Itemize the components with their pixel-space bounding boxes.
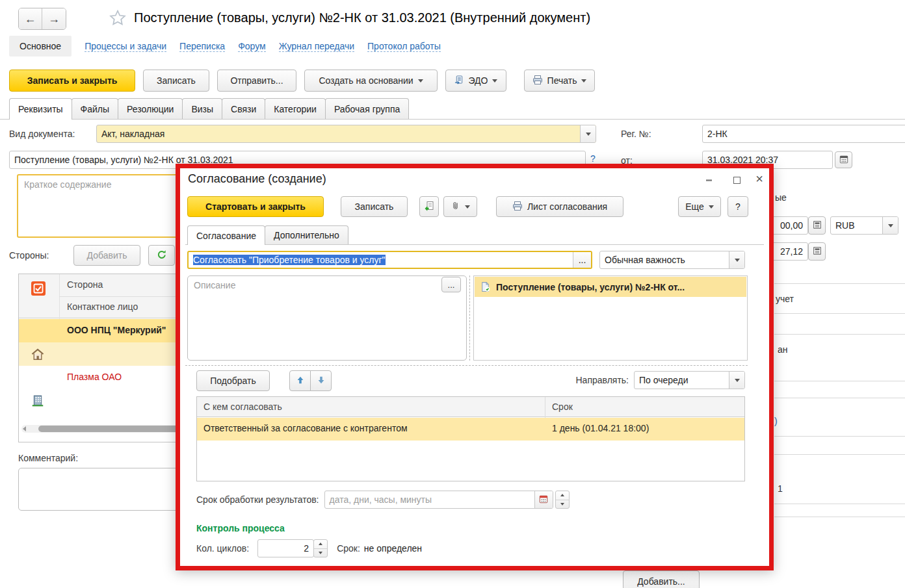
reg-number-label: Рег. №: (621, 129, 651, 139)
maximize-icon[interactable] (728, 172, 745, 188)
importance-dropdown-button[interactable] (729, 251, 744, 268)
doc-type-dropdown-button[interactable] (580, 125, 596, 142)
deadline-row: Срок обработки результатов: дата, дни, ч… (196, 491, 570, 509)
document-tabs: Реквизиты Файлы Резолюции Визы Связи Кат… (9, 98, 408, 120)
add-button-bottom[interactable]: Добавить... (623, 570, 700, 588)
pick-approvers-button[interactable]: Подобрать (196, 370, 270, 391)
nav-link-work-protocol[interactable]: Протокол работы (367, 41, 441, 52)
column-header-term[interactable]: Срок (552, 402, 573, 412)
nav-tab-main[interactable]: Основное (9, 36, 72, 57)
route-dropdown-button[interactable] (729, 372, 744, 389)
dialog-tabs: Согласование Дополнительно (187, 225, 348, 245)
tab-visas[interactable]: Визы (182, 98, 222, 119)
description-textarea[interactable] (187, 275, 467, 361)
mark-all-icon[interactable] (31, 281, 46, 298)
tab-approval[interactable]: Согласование (187, 225, 265, 245)
route-label: Направлять: (557, 375, 629, 385)
stepper-down-icon[interactable] (556, 500, 569, 509)
route-field[interactable]: По очереди (634, 371, 745, 389)
move-down-button[interactable] (310, 370, 332, 391)
description-ellipsis-button[interactable]: ... (441, 277, 461, 292)
document-check-icon (480, 281, 491, 292)
app-window: ← → Поступление (товары, услуги) №2-НК о… (0, 0, 905, 588)
move-up-button[interactable] (289, 370, 311, 391)
refresh-icon (157, 249, 167, 262)
currency-dropdown-button[interactable] (882, 217, 898, 234)
approval-sheet-button[interactable]: Лист согласования (496, 196, 623, 217)
cycles-input[interactable] (257, 539, 314, 557)
history-nav: ← → (18, 8, 66, 30)
subject-ellipsis-button[interactable]: ... (573, 252, 591, 268)
edo-button[interactable]: ЭДО (445, 70, 506, 92)
edo-document-icon (454, 75, 464, 87)
forward-icon: → (48, 12, 60, 26)
create-based-on-button[interactable]: Создать на основании (304, 70, 438, 92)
doc-type-field[interactable]: Акт, накладная (96, 125, 596, 143)
nav-link-transfer-log[interactable]: Журнал передачи (279, 41, 354, 52)
chevron-down-icon (888, 224, 893, 227)
save-button[interactable]: Записать (143, 70, 209, 92)
send-button[interactable]: Отправить... (217, 70, 296, 92)
back-button[interactable]: ← (19, 8, 42, 29)
dialog-menu-icon[interactable] (700, 172, 717, 188)
comment-label: Комментарий: (18, 453, 78, 463)
print-button[interactable]: Печать (524, 70, 595, 92)
approver-row[interactable]: Ответственный за согласование с контраге… (197, 418, 744, 441)
importance-field[interactable]: Обычная важность (599, 251, 745, 269)
date-calendar-button[interactable] (835, 151, 852, 168)
more-button[interactable]: Еще (678, 196, 721, 217)
calendar-icon (839, 155, 848, 166)
tab-working-group[interactable]: Рабочая группа (325, 98, 409, 119)
right-link-fragment: ) (774, 416, 778, 426)
nav-link-processes[interactable]: Процессы и задачи (85, 41, 166, 52)
column-header-who[interactable]: С кем согласовать (203, 402, 282, 412)
column-header-party[interactable]: Сторона (67, 279, 103, 290)
stepper-up-icon[interactable] (556, 491, 569, 500)
deadline-stepper[interactable] (555, 491, 570, 509)
right-label-fragment: ан (778, 344, 788, 355)
reread-button[interactable] (419, 196, 439, 217)
nav-link-correspondence[interactable]: Переписка (179, 41, 225, 52)
add-party-button[interactable]: Добавить (73, 245, 140, 266)
tab-additional[interactable]: Дополнительно (265, 225, 348, 244)
cycles-label: Кол. циклов: (196, 543, 249, 554)
term-label: Срок: (337, 543, 360, 554)
forward-button[interactable]: → (42, 8, 66, 29)
deadline-field[interactable]: дата, дни, часы, минуты (324, 491, 553, 509)
refresh-button[interactable] (148, 245, 175, 266)
cycles-stepper[interactable] (313, 539, 328, 557)
approval-dialog: Согласование (создание) × Стартовать и з… (176, 164, 774, 570)
tab-categories[interactable]: Категории (265, 98, 326, 119)
help-button[interactable]: ? (728, 196, 748, 217)
scroll-left-icon[interactable] (23, 426, 26, 431)
stepper-down-icon[interactable] (314, 549, 327, 557)
attach-file-button[interactable] (443, 196, 477, 217)
tab-requisites[interactable]: Реквизиты (9, 98, 72, 120)
subject-documents-panel: Поступление (товары, услуги) №2-НК от... (473, 275, 748, 361)
tab-resolutions[interactable]: Резолюции (118, 98, 183, 119)
deadline-calendar-button[interactable] (534, 491, 553, 508)
stepper-up-icon[interactable] (314, 540, 327, 549)
tab-links[interactable]: Связи (222, 98, 265, 119)
start-close-button[interactable]: Стартовать и закрыть (187, 196, 324, 217)
reorder-buttons (289, 370, 332, 391)
subject-document-item[interactable]: Поступление (товары, услуги) №2-НК от... (475, 277, 746, 297)
calculator-icon (813, 220, 822, 231)
chevron-down-icon (709, 205, 714, 209)
right-label-fragment: ые (775, 192, 787, 203)
page-title: Поступление (товары, услуги) №2-НК от 31… (134, 10, 590, 25)
calculator-button-1[interactable] (808, 216, 826, 235)
subject-field[interactable]: Согласовать "Приобретение товаров и услу… (187, 251, 592, 269)
favorite-star-icon[interactable] (108, 8, 127, 30)
reg-number-field[interactable]: 2-НК (702, 125, 905, 143)
tab-files[interactable]: Файлы (72, 98, 118, 119)
calculator-button-2[interactable] (808, 242, 826, 261)
column-header-contact[interactable]: Контактное лицо (67, 301, 138, 312)
nav-link-forum[interactable]: Форум (238, 41, 266, 52)
save-close-button[interactable]: Записать и закрыть (9, 70, 135, 92)
doc-name-help-link[interactable]: ? (590, 153, 596, 164)
printer-icon (512, 201, 523, 213)
currency-field[interactable]: RUB (830, 216, 898, 235)
close-icon[interactable]: × (751, 171, 768, 186)
dialog-save-button[interactable]: Записать (341, 196, 408, 217)
